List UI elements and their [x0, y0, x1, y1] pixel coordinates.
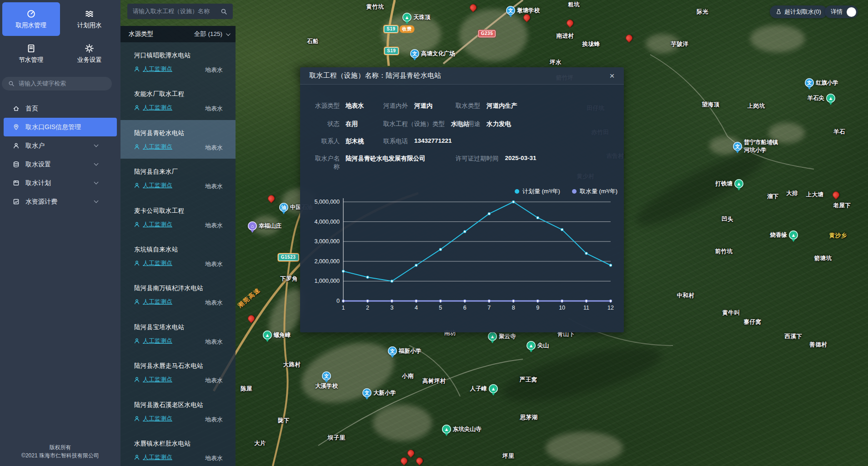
- module-label: 业务设置: [77, 56, 102, 64]
- monitor-type-link[interactable]: 人工监测点: [134, 104, 172, 112]
- red-pin-marker[interactable]: [246, 314, 256, 323]
- station-search-input[interactable]: 请输入取水工程（设施）名称: [127, 4, 233, 19]
- station-list: 河口镇唱歌潭水电站 人工监测点 地表水 友能水厂取水工程 人工监测点 地表水 陆…: [120, 42, 236, 466]
- station-list-item[interactable]: 陆河县水唇走马石水电站 人工监测点 地表水: [120, 353, 236, 391]
- station-list-item[interactable]: 陆河县青砼水电站 人工监测点 地表水: [120, 120, 236, 159]
- poi-marker[interactable]: ⌂: [248, 221, 257, 230]
- poi-marker[interactable]: 文: [410, 49, 419, 58]
- field-row: 水源类型地表水河道内外河道内取水类型河道内生产: [309, 102, 618, 111]
- poi-marker[interactable]: ▲: [489, 384, 498, 393]
- search-icon: [8, 80, 15, 87]
- poi-marker[interactable]: ▲: [402, 13, 411, 22]
- monitor-type-label: 人工监测点: [143, 298, 172, 306]
- map-place-label: 中和村: [677, 292, 695, 300]
- poi-marker[interactable]: 文: [733, 142, 742, 151]
- poi-marker[interactable]: ▲: [734, 179, 743, 188]
- module-label: 计划用水: [77, 21, 102, 30]
- monitor-type-link[interactable]: 人工监测点: [134, 337, 172, 345]
- toggle-knob[interactable]: [847, 7, 856, 17]
- poi-marker[interactable]: ▲: [789, 230, 798, 240]
- person-icon: [134, 299, 140, 305]
- monitor-type-link[interactable]: 人工监测点: [134, 220, 172, 229]
- legend-item[interactable]: 计划量 (m³/年): [515, 187, 560, 195]
- field-row: 联系人彭木桃联系电话13432771221: [309, 137, 618, 146]
- monitor-type-label: 人工监测点: [143, 453, 172, 461]
- monitor-type-link[interactable]: 人工监测点: [134, 298, 172, 306]
- close-icon[interactable]: ×: [610, 71, 615, 80]
- station-list-item[interactable]: 东坑镇自来水站 人工监测点 地表水: [120, 236, 236, 275]
- module-water-intake-mgmt[interactable]: 取用水管理: [2, 2, 60, 36]
- red-pin-marker[interactable]: [266, 194, 276, 203]
- water-source-label: 地表水: [205, 454, 223, 462]
- monitor-type-link[interactable]: 人工监测点: [134, 65, 172, 73]
- station-list-item[interactable]: 水唇镇水栏肚水电站 人工监测点 地表水: [120, 431, 236, 466]
- module-planned-water-use[interactable]: 计划用水: [61, 2, 119, 36]
- field-value: 在用: [346, 120, 358, 128]
- monitor-type-link[interactable]: 人工监测点: [134, 143, 172, 151]
- menu-item-intake-settings[interactable]: 取水设置: [4, 155, 117, 174]
- gauge-icon: [26, 9, 36, 19]
- detail-toggle[interactable]: 详情: [825, 5, 858, 18]
- menu-label: 取水计划: [25, 179, 51, 187]
- red-pin-marker[interactable]: [624, 33, 633, 43]
- poi-marker[interactable]: ▲: [442, 425, 451, 434]
- monitor-type-link[interactable]: 人工监测点: [134, 453, 172, 461]
- modal-title: 取水工程（设施）名称：陆河县青砼水电站: [309, 71, 442, 80]
- menu-item-water-billing[interactable]: 水资源计费: [4, 192, 117, 211]
- field-value: 13432771221: [414, 137, 452, 145]
- poi-marker[interactable]: 文: [362, 388, 371, 397]
- chart-legend[interactable]: 计划量 (m³/年)取水量 (m³/年): [515, 187, 617, 195]
- monitor-type-link[interactable]: 人工监测点: [134, 259, 172, 267]
- monitor-type-link[interactable]: 人工监测点: [134, 181, 172, 190]
- poi-marker[interactable]: 文: [805, 78, 814, 87]
- poi-marker[interactable]: ▲: [826, 94, 835, 103]
- map-place-label: 善德村: [810, 341, 828, 349]
- red-pin-marker[interactable]: [414, 456, 424, 466]
- water-source-type-filter[interactable]: 水源类型 全部 (125): [120, 26, 236, 42]
- map-place-label: 严王窝: [520, 376, 537, 384]
- poi-marker[interactable]: ▲: [263, 331, 272, 340]
- poi-label: 幸福山庄: [259, 222, 281, 230]
- station-list-item[interactable]: 陆河县宝塔水电站 人工监测点 地表水: [120, 314, 236, 353]
- legend-item[interactable]: 取水量 (m³/年): [572, 187, 617, 195]
- red-pin-marker[interactable]: [468, 3, 477, 12]
- station-list-item[interactable]: 麦卡公司取水工程 人工监测点 地表水: [120, 198, 236, 236]
- svg-text:7: 7: [487, 305, 491, 311]
- red-pin-marker[interactable]: [399, 456, 408, 466]
- svg-text:3,000,000: 3,000,000: [314, 238, 340, 245]
- poi-marker[interactable]: ▲: [527, 341, 536, 350]
- menu-item-intake-plan[interactable]: 取水计划: [4, 174, 117, 192]
- monitor-type-link[interactable]: 人工监测点: [134, 415, 172, 423]
- person-icon: [134, 376, 140, 383]
- station-list-item[interactable]: 友能水厂取水工程 人工监测点 地表水: [120, 81, 236, 120]
- monitor-type-link[interactable]: 人工监测点: [134, 376, 172, 384]
- person-icon: [13, 142, 20, 149]
- over-plan-intake-pill[interactable]: 超计划取水(0): [770, 5, 827, 18]
- poi-marker[interactable]: ▲: [488, 332, 497, 341]
- road-badge: G235: [478, 30, 496, 37]
- red-pin-marker[interactable]: [406, 448, 415, 458]
- module-water-saving-mgmt[interactable]: 节水管理: [2, 37, 60, 70]
- poi-marker[interactable]: 油: [279, 203, 288, 212]
- menu-item-home[interactable]: 首页: [4, 99, 117, 118]
- red-pin-marker[interactable]: [565, 18, 574, 28]
- poi-marker[interactable]: 文: [506, 6, 515, 15]
- station-list-item[interactable]: 陆河县激石溪老区水电站 人工监测点 地表水: [120, 392, 236, 431]
- poi-marker[interactable]: 文: [322, 371, 331, 381]
- keyword-search-input[interactable]: 请输入关键字检索: [2, 77, 112, 90]
- menu-item-intake-gis-mgmt[interactable]: 取水口GIS信息管理: [4, 118, 117, 136]
- station-list-item[interactable]: 陆河县自来水厂 人工监测点 地表水: [120, 159, 236, 197]
- chevron-down-icon: [94, 161, 99, 166]
- legend-label: 取水量 (m³/年): [580, 187, 617, 195]
- poi-label: 天珠顶: [413, 14, 431, 21]
- station-list-item[interactable]: 陆河县南万镇杞洋水电站 人工监测点 地表水: [120, 275, 236, 314]
- red-pin-marker[interactable]: [831, 190, 840, 200]
- station-list-item[interactable]: 河口镇唱歌潭水电站 人工监测点 地表水: [120, 42, 236, 81]
- svg-text:5,000,000: 5,000,000: [314, 199, 340, 205]
- menu-item-water-users[interactable]: 取水户: [4, 136, 117, 155]
- field-value: 彭木桃: [346, 137, 364, 145]
- poi-marker[interactable]: 文: [388, 346, 397, 356]
- field-value: 河道内生产: [487, 102, 517, 110]
- map-place-label: 望海顶: [702, 101, 720, 109]
- module-business-settings[interactable]: 业务设置: [61, 37, 119, 70]
